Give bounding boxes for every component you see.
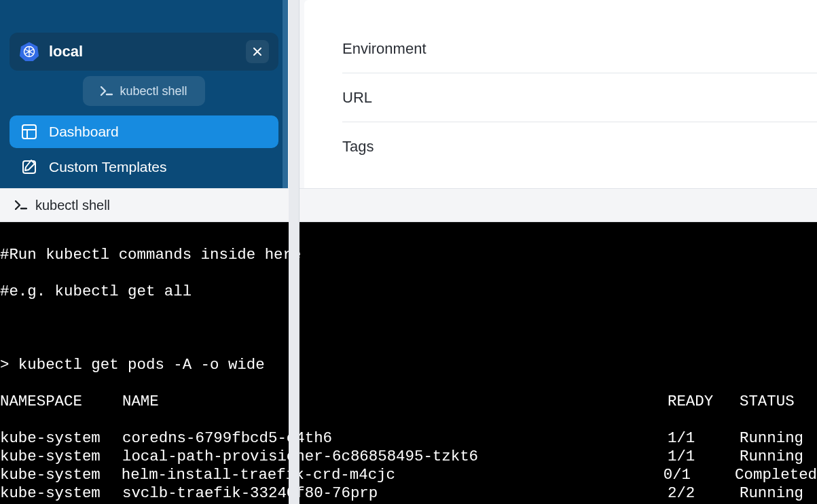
sidebar-item-dashboard[interactable]: Dashboard <box>10 115 278 148</box>
sidebar-item-label: Dashboard <box>49 124 119 140</box>
cell-ready: 0/1 <box>664 466 735 484</box>
cell-name: local-path-provisioner-6c86858495-tzkt6 <box>122 448 668 466</box>
terminal-command: > kubectl get pods -A -o wide <box>0 356 817 374</box>
field-url: URL <box>342 73 817 122</box>
cell-ready: 2/2 <box>668 484 740 503</box>
cell-namespace: kube-system <box>0 484 122 503</box>
main-content: Environment URL Tags <box>304 0 817 188</box>
kubectl-shell-button[interactable]: kubectl shell <box>83 76 205 106</box>
field-label: Tags <box>342 138 374 156</box>
shell-title: kubectl shell <box>35 198 110 213</box>
cell-status: Completed <box>735 466 817 484</box>
environment-chip[interactable]: local <box>10 33 278 71</box>
col-header-status: STATUS <box>740 393 817 411</box>
kubernetes-icon <box>19 41 39 62</box>
cell-name: helm-install-traefik-crd-m4cjc <box>122 466 664 484</box>
close-environment-button[interactable] <box>246 40 269 63</box>
terminal-pod-row: kube-systemsvclb-traefik-33240f80-76prp2… <box>0 484 817 503</box>
cell-name: coredns-6799fbcd5-c4th6 <box>122 429 668 448</box>
sidebar-item-custom-templates[interactable]: Custom Templates <box>10 151 278 183</box>
edit-icon <box>22 160 37 175</box>
cell-status: Running <box>740 448 817 466</box>
cell-status: Running <box>740 429 817 448</box>
field-label: Environment <box>342 40 426 58</box>
sidebar: local kubectl shell Dashboard <box>0 0 288 188</box>
svg-rect-12 <box>22 125 36 139</box>
layout-icon <box>22 124 37 139</box>
terminal-icon <box>101 86 113 96</box>
cell-name: svclb-traefik-33240f80-76prp <box>122 484 668 503</box>
col-header-name: NAME <box>122 393 668 411</box>
cell-namespace: kube-system <box>0 429 122 448</box>
cell-status: Running <box>740 484 817 503</box>
environment-name: local <box>49 43 236 60</box>
sidebar-item-label: Custom Templates <box>49 159 167 175</box>
terminal-header-row: NAMESPACE NAME READY STATUS <box>0 393 817 411</box>
terminal-comment: #e.g. kubectl get all <box>0 283 817 301</box>
shell-header-bar: kubectl shell <box>0 188 817 222</box>
kubectl-shell-label: kubectl shell <box>120 84 187 98</box>
cell-ready: 1/1 <box>668 429 740 448</box>
terminal-pod-row: kube-systemlocal-path-provisioner-6c8685… <box>0 448 817 466</box>
cell-ready: 1/1 <box>668 448 740 466</box>
field-label: URL <box>342 89 372 107</box>
sidebar-resize-rail[interactable] <box>289 0 299 504</box>
terminal-comment: #Run kubectl commands inside here <box>0 246 817 264</box>
col-header-namespace: NAMESPACE <box>0 393 122 411</box>
terminal-output[interactable]: #Run kubectl commands inside here #e.g. … <box>0 222 817 504</box>
col-header-ready: READY <box>668 393 740 411</box>
close-icon <box>253 47 262 56</box>
terminal-pod-row: kube-systemcoredns-6799fbcd5-c4th61/1Run… <box>0 429 817 448</box>
terminal-icon <box>15 200 27 210</box>
cell-namespace: kube-system <box>0 448 122 466</box>
field-environment: Environment <box>342 24 817 73</box>
terminal-pod-row: kube-systemhelm-install-traefik-crd-m4cj… <box>0 466 817 484</box>
field-tags: Tags <box>342 122 817 171</box>
cell-namespace: kube-system <box>0 466 122 484</box>
